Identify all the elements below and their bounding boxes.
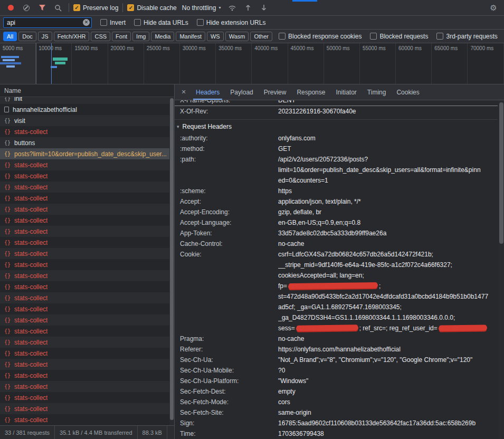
search-button[interactable]: [52, 2, 64, 14]
type-filter-fetch-xhr[interactable]: Fetch/XHR: [54, 32, 90, 41]
request-row[interactable]: {}stats-collect: [0, 359, 174, 370]
header-value: DENY: [278, 100, 498, 106]
type-filter-font[interactable]: Font: [112, 32, 131, 41]
header-value: "Not_A Brand";v="8", "Chromium";v="120",…: [278, 355, 498, 365]
request-headers-section[interactable]: ▾Request Headers: [175, 119, 498, 133]
scrollbar-thumb[interactable]: [170, 98, 174, 420]
request-row[interactable]: {}stats-collect: [0, 248, 174, 259]
name-column-header[interactable]: Name: [0, 84, 174, 97]
timeline-divider-line: [36, 43, 36, 84]
request-row[interactable]: {}stats-collect: [0, 403, 174, 414]
clear-filter-icon[interactable]: ✕: [83, 19, 90, 26]
script-icon: {}: [4, 184, 11, 190]
request-row[interactable]: {}stats-collect: [0, 381, 174, 392]
toolbar-divider: [122, 3, 123, 12]
tab-cookies[interactable]: Cookies: [391, 84, 424, 100]
clear-button[interactable]: [20, 2, 33, 14]
request-row[interactable]: {}stats-collect: [0, 182, 174, 193]
network-conditions-button[interactable]: [226, 2, 239, 14]
type-filter-wasm[interactable]: Wasm: [225, 32, 249, 41]
third-party-requests-checkbox[interactable]: 3rd-party requests: [436, 33, 497, 40]
type-filter-all[interactable]: All: [3, 32, 17, 41]
script-icon: {}: [4, 228, 11, 234]
request-row[interactable]: {}stats-collect: [0, 337, 174, 348]
request-row[interactable]: {}stats-collect: [0, 392, 174, 403]
request-row[interactable]: {}init: [0, 97, 174, 104]
script-icon: {}: [4, 251, 11, 256]
request-row[interactable]: {}stats-collect: [0, 159, 174, 170]
network-summary-bar: 33 / 381 requests 35.1 kB / 4.4 MB trans…: [0, 425, 174, 439]
request-row[interactable]: {}stats-collect: [0, 281, 174, 292]
request-row[interactable]: {}stats-collect: [0, 204, 174, 215]
document-icon: [4, 107, 9, 112]
chevron-down-icon: ▾: [218, 5, 221, 10]
request-row[interactable]: {}buttons: [0, 137, 174, 148]
tab-headers[interactable]: Headers: [191, 84, 225, 100]
transferred-size: 35.1 kB / 4.4 MB transferred: [55, 426, 138, 439]
header-row: Sec-Ch-Ua-Mobile:?0: [175, 365, 498, 376]
type-filter-img[interactable]: Img: [132, 32, 149, 41]
hide-data-urls-checkbox[interactable]: Hide data URLs: [134, 19, 188, 26]
request-row[interactable]: {}stats-collect: [0, 226, 174, 237]
timeline-overview[interactable]: 5000 ms10000 ms15000 ms20000 ms25000 ms3…: [0, 43, 504, 84]
network-filter-input[interactable]: [3, 17, 92, 28]
request-row[interactable]: {}stats-collect: [0, 348, 174, 359]
request-row[interactable]: {}stats-collect: [0, 259, 174, 270]
timeline-scale: 5000 ms10000 ms15000 ms20000 ms25000 ms3…: [0, 43, 504, 84]
request-row[interactable]: {}stats-collect: [0, 292, 174, 303]
type-filter-other[interactable]: Other: [250, 32, 272, 41]
blocked-response-cookies-checkbox[interactable]: Blocked response cookies: [279, 33, 362, 40]
hide-extension-urls-checkbox[interactable]: Hide extension URLs: [197, 19, 266, 26]
request-row[interactable]: {}stats-collect: [0, 370, 174, 381]
request-row[interactable]: {}stats-collect: [0, 215, 174, 226]
request-row[interactable]: {}stats-collect: [0, 326, 174, 337]
request-row[interactable]: hannahelizabethofficial: [0, 104, 174, 115]
invert-checkbox[interactable]: Invert: [100, 19, 126, 26]
close-details-button[interactable]: ✕: [177, 84, 191, 100]
settings-button[interactable]: ⚙: [487, 2, 500, 14]
request-name: stats-collect: [14, 350, 47, 357]
script-icon: {}: [4, 217, 11, 223]
header-name: Sign:: [175, 418, 278, 428]
type-filter-ws[interactable]: WS: [207, 32, 224, 41]
filter-toggle-button[interactable]: [36, 2, 49, 14]
request-row[interactable]: {}stats-collect: [0, 303, 174, 314]
tab-response[interactable]: Response: [291, 84, 330, 100]
request-row[interactable]: {}posts?limit=10&order=publish_date_desc…: [0, 148, 174, 159]
record-button[interactable]: [4, 2, 17, 14]
header-name: :path:: [175, 154, 278, 165]
type-filter-css[interactable]: CSS: [91, 32, 110, 41]
waterfall-bar: [51, 66, 57, 68]
request-row[interactable]: {}stats-collect: [0, 270, 174, 281]
request-row[interactable]: {}visit: [0, 115, 174, 126]
request-row[interactable]: {}stats-collect: [0, 170, 174, 182]
tab-payload[interactable]: Payload: [225, 84, 258, 100]
request-row[interactable]: {}stats-collect: [0, 414, 174, 425]
scrollbar-thumb[interactable]: [499, 102, 503, 244]
script-icon: {}: [4, 317, 11, 323]
request-row[interactable]: {}stats-collect: [0, 237, 174, 248]
clear-icon: [23, 5, 30, 11]
request-row[interactable]: {}stats-collect: [0, 314, 174, 326]
header-value: 202312261916-30670fa40e: [278, 106, 498, 117]
tab-preview[interactable]: Preview: [259, 84, 292, 100]
script-icon: {}: [4, 384, 11, 389]
type-filter-doc[interactable]: Doc: [18, 32, 36, 41]
blocked-requests-label: Blocked requests: [379, 33, 428, 40]
request-row[interactable]: {}stats-collect: [0, 193, 174, 204]
tab-timing[interactable]: Timing: [362, 84, 392, 100]
disable-cache-checkbox[interactable]: ✓ Disable cache: [127, 4, 176, 12]
type-filter-manifest[interactable]: Manifest: [176, 32, 205, 41]
throttling-select[interactable]: No throttling ▾: [180, 3, 223, 13]
preserve-log-checkbox[interactable]: ✓ Preserve log: [73, 4, 118, 12]
header-name: :method:: [175, 144, 278, 154]
type-filter-js[interactable]: JS: [38, 32, 52, 41]
import-har-button[interactable]: [242, 2, 254, 14]
export-har-button[interactable]: [258, 2, 270, 14]
request-row[interactable]: {}stats-collect: [0, 126, 174, 137]
timeline-tick: 40000 ms: [252, 43, 288, 84]
blocked-requests-checkbox[interactable]: Blocked requests: [370, 33, 428, 40]
type-filter-media[interactable]: Media: [151, 32, 174, 41]
tab-initiator[interactable]: Initiator: [330, 84, 362, 100]
waterfall-bar: [1, 56, 19, 58]
